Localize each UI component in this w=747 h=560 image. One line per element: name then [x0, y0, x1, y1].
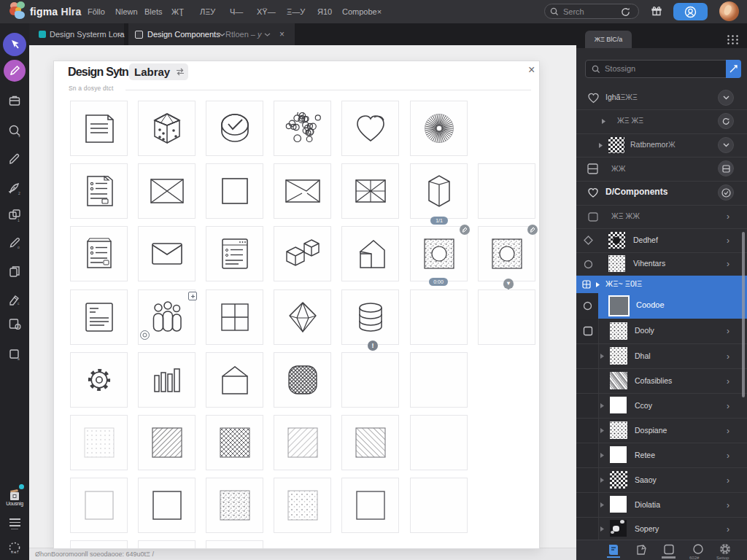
svg-text:1: 1	[18, 218, 20, 222]
svg-text:2: 2	[18, 191, 20, 195]
svg-text:1: 1	[18, 133, 20, 138]
svg-text:st a t: st a t	[11, 551, 19, 554]
svg-text:o: o	[18, 245, 20, 249]
svg-text:G: G	[17, 324, 20, 329]
svg-text:a: a	[18, 357, 20, 361]
svg-text:c: c	[18, 301, 20, 306]
